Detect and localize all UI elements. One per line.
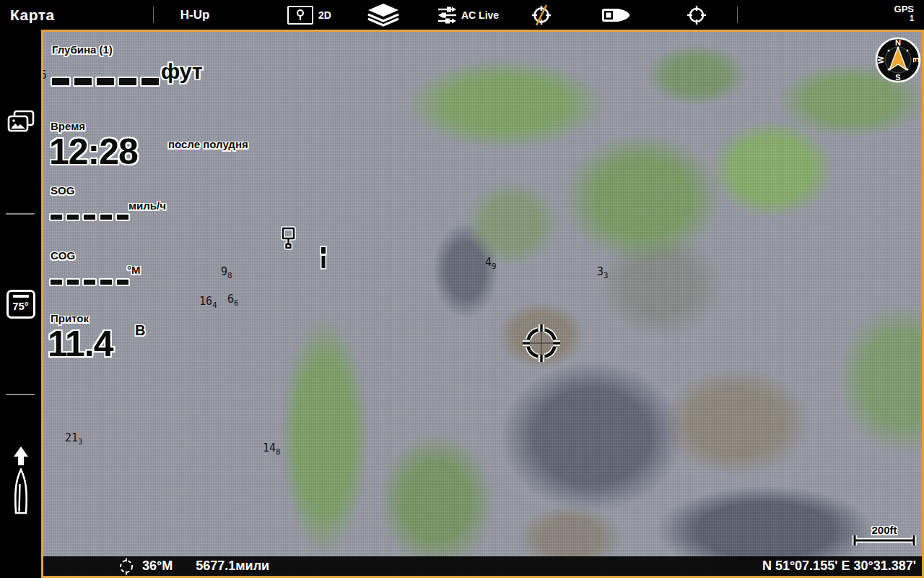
depth-sounding: 66	[227, 293, 239, 307]
no-data-dash	[116, 213, 130, 221]
divider	[737, 7, 738, 23]
cursor-target-button[interactable]	[685, 0, 708, 30]
voltage-unit: В	[135, 322, 145, 339]
no-data-dash	[66, 278, 80, 286]
gps-label: GPS	[894, 4, 914, 14]
cog-label: COG	[51, 249, 75, 262]
boat-icon	[601, 7, 631, 23]
sog-label: SOG	[51, 184, 74, 197]
map-scale: 200ft	[851, 524, 918, 550]
soundings-layer: 598164664933213148	[43, 32, 922, 576]
cog-unit: °М	[127, 264, 141, 276]
ac-live-button[interactable]: AC Live	[437, 0, 499, 30]
orientation-button[interactable]: H-Up	[173, 0, 217, 30]
view-2d-button[interactable]: 2D	[287, 0, 331, 30]
no-data-dash	[95, 77, 116, 87]
top-menu-bar: Карта H-Up 2D	[0, 0, 924, 30]
no-data-dash	[51, 77, 71, 87]
time-meridiem: после полудня	[168, 138, 248, 150]
layers-button[interactable]	[365, 0, 402, 30]
images-icon	[6, 109, 35, 135]
heading-value: 36°М	[142, 558, 173, 574]
position-box-icon	[287, 6, 313, 25]
bottom-status-bar: 36°М 5677.1мили N 51°07.155' E 30°31.387…	[43, 556, 922, 576]
no-data-dash	[66, 213, 80, 221]
depth-sounding: 98	[221, 266, 232, 280]
cursor-disabled-button[interactable]	[529, 0, 554, 30]
gps-count: 1	[894, 14, 914, 23]
boat-panel-button[interactable]	[601, 0, 631, 30]
divider	[6, 213, 35, 215]
map-view[interactable]: 598164664933213148	[43, 32, 922, 576]
no-data-dash	[116, 278, 130, 286]
compass-rose[interactable]: N E S W	[875, 37, 921, 83]
depth-sounding: 49	[485, 256, 497, 270]
waypoint-flag-marker[interactable]	[280, 225, 297, 250]
trip-distance: 5677.1мили	[196, 558, 269, 574]
no-data-dash	[140, 77, 160, 87]
map-frame: 598164664933213148	[41, 30, 924, 578]
sog-unit: миль/ч	[128, 199, 166, 212]
boat-heading-button[interactable]	[0, 447, 41, 517]
compass-e: E	[912, 57, 920, 62]
compass-s: S	[895, 73, 900, 82]
time-label: Время	[51, 120, 85, 132]
depth-unit: фут	[161, 59, 203, 84]
depth-value-dashes	[51, 77, 160, 87]
temperature-box: 75°	[6, 290, 35, 319]
view-2d-label: 2D	[318, 9, 331, 21]
no-data-dash	[118, 77, 138, 87]
voltage-label: Приток	[51, 312, 89, 324]
layers-icon	[365, 3, 402, 27]
scale-bar-icon	[851, 534, 918, 547]
heading-dashed-circle-icon	[118, 558, 135, 575]
no-data-dash	[99, 278, 113, 286]
boat-up-arrow-icon	[10, 447, 32, 517]
no-data-dash	[82, 213, 97, 221]
compass-n: N	[895, 38, 901, 47]
crosshair-slash-icon	[529, 3, 554, 27]
depth-sounding: 33	[597, 266, 609, 280]
depth-sounding: 164	[199, 296, 217, 309]
no-data-dash	[82, 278, 97, 286]
chartplotter-screen: Карта H-Up 2D	[0, 0, 924, 578]
voltage-value: 11.4	[48, 326, 113, 362]
no-data-dash	[73, 77, 93, 87]
map-cursor-crosshair[interactable]	[518, 320, 565, 366]
no-data-dash	[49, 213, 64, 221]
temperature-badge[interactable]: 75°	[0, 290, 41, 319]
crosshair-icon	[685, 4, 708, 27]
screenshots-button[interactable]	[0, 109, 41, 135]
map-pin-icon	[292, 8, 308, 22]
pillar-marker[interactable]	[318, 246, 329, 270]
depth-sounding: 213	[65, 432, 83, 446]
divider	[6, 394, 35, 395]
no-data-dash	[49, 278, 64, 286]
time-value: 12:28	[49, 134, 138, 170]
compass-w: W	[876, 56, 885, 64]
no-data-dash	[99, 213, 113, 221]
sog-value-dashes	[49, 213, 130, 221]
depth-sounding: 148	[263, 442, 281, 456]
depth-label: Глубина (1)	[52, 43, 113, 56]
ac-live-label: AC Live	[461, 9, 499, 21]
cog-value-dashes	[49, 278, 130, 286]
gps-status: GPS 1	[894, 4, 914, 23]
sliders-icon	[437, 5, 457, 25]
page-title[interactable]: Карта	[10, 0, 55, 30]
left-toolbar: 75°	[0, 30, 41, 578]
cursor-coordinates: N 51°07.155' E 30°31.387'	[762, 558, 916, 574]
depth-sounding: 5	[43, 69, 47, 83]
divider	[153, 7, 154, 23]
temperature-value: 75°	[12, 298, 29, 315]
